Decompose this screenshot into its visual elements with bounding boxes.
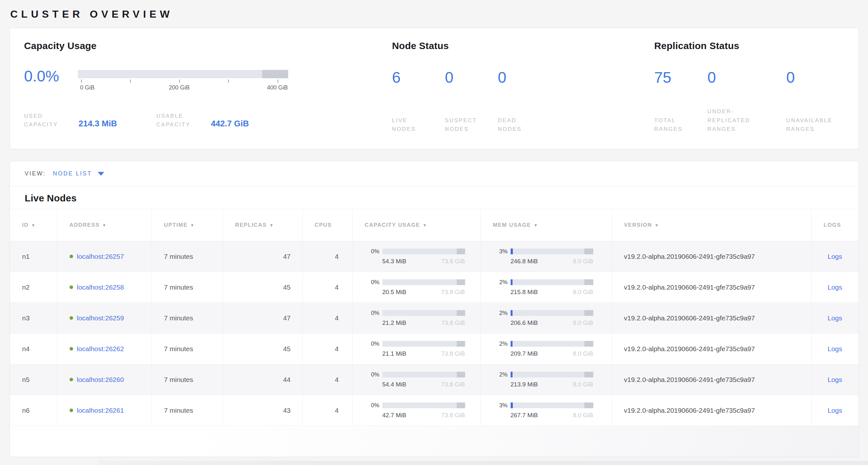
table-row: n5 localhost:26260 7 minutes 44 4 0% 54.… bbox=[10, 364, 858, 395]
column-header-capacity[interactable]: CAPACITY USAGE▼ bbox=[352, 209, 480, 241]
capacity-used-value: 54.4 MiB bbox=[382, 381, 406, 388]
mem-usage-bar bbox=[510, 341, 593, 347]
node-replicas: 45 bbox=[283, 284, 290, 291]
capacity-bar-dark-segment bbox=[457, 310, 465, 316]
node-uptime: 7 minutes bbox=[164, 314, 193, 322]
sort-arrow-icon: ▼ bbox=[423, 223, 427, 228]
logs-link[interactable]: Logs bbox=[828, 314, 842, 322]
logs-link[interactable]: Logs bbox=[828, 376, 842, 383]
view-mode-selector[interactable]: NODE LIST bbox=[53, 170, 104, 177]
column-header-replicas[interactable]: REPLICAS▼ bbox=[223, 209, 302, 241]
mem-bar-dark-segment bbox=[584, 249, 593, 254]
capacity-percent-label: 0% bbox=[371, 279, 382, 286]
node-cpus: 4 bbox=[335, 314, 339, 322]
capacity-percent-label: 0% bbox=[371, 371, 382, 378]
node-id: n2 bbox=[22, 284, 30, 291]
capacity-percent-label: 0% bbox=[371, 310, 382, 317]
live-nodes-header-row: ID▼ADDRESS▼UPTIME▼REPLICAS▼CPUSCAPACITY … bbox=[10, 209, 858, 241]
mem-total-value: 8.0 GiB bbox=[573, 412, 593, 419]
stat-value: 75 bbox=[654, 70, 707, 85]
node-address-link[interactable]: localhost:26260 bbox=[77, 376, 124, 383]
mem-used-value: 215.8 MiB bbox=[510, 289, 538, 296]
node-id: n4 bbox=[22, 345, 30, 352]
column-header-id[interactable]: ID▼ bbox=[10, 209, 57, 241]
column-header-label: MEM USAGE bbox=[493, 222, 531, 228]
mem-used-value: 246.8 MiB bbox=[510, 258, 538, 265]
stat-label: LIVENODES bbox=[392, 116, 445, 134]
logs-link[interactable]: Logs bbox=[828, 345, 842, 352]
sort-arrow-icon: ▼ bbox=[190, 223, 194, 228]
capacity-usage-bar bbox=[382, 279, 465, 285]
node-uptime: 7 minutes bbox=[164, 253, 193, 260]
node-cpus: 4 bbox=[335, 345, 339, 352]
node-replicas: 44 bbox=[283, 376, 290, 383]
axis-tick-mark bbox=[278, 80, 278, 83]
column-header-version[interactable]: VERSION▼ bbox=[612, 209, 811, 241]
mem-bar-dark-segment bbox=[584, 279, 593, 285]
stat-label: SUSPECTNODES bbox=[445, 116, 498, 134]
view-selected-value: NODE LIST bbox=[53, 170, 92, 177]
sort-arrow-icon: ▼ bbox=[654, 223, 659, 228]
capacity-bar-dark-segment bbox=[457, 279, 465, 285]
capacity-usage-cell: 0% 42.7 MiB 73.8 GiB bbox=[352, 402, 480, 419]
stat-label-line: RANGES bbox=[786, 125, 860, 134]
live-nodes-title: Live Nodes bbox=[25, 193, 858, 204]
node-replicas: 47 bbox=[283, 314, 290, 322]
logs-link[interactable]: Logs bbox=[828, 253, 842, 260]
node-address-link[interactable]: localhost:26259 bbox=[77, 314, 124, 322]
node-address-link[interactable]: localhost:26261 bbox=[77, 407, 124, 414]
node-version: v19.2.0-alpha.20190606-2491-gfe735c9a97 bbox=[624, 345, 755, 352]
mem-total-value: 8.0 GiB bbox=[573, 319, 593, 326]
node-address-link[interactable]: localhost:26257 bbox=[77, 253, 124, 260]
capacity-usage-cell: 0% 21.2 MiB 73.8 GiB bbox=[352, 310, 480, 326]
capacity-total-value: 73.8 GiB bbox=[441, 258, 465, 265]
stat-label-line: UNDER- bbox=[707, 107, 786, 116]
node-live-status-icon bbox=[69, 316, 73, 320]
stat-label-line: SUSPECT bbox=[445, 116, 498, 125]
replication-status-stats: 75TOTALRANGES0UNDER-REPLICATEDRANGES0UNA… bbox=[654, 70, 860, 134]
column-header-label: UPTIME bbox=[164, 222, 188, 228]
node-address-link[interactable]: localhost:26262 bbox=[77, 345, 124, 352]
summary-stat: 0UNDER-REPLICATEDRANGES bbox=[707, 70, 786, 134]
capacity-stat: USEDCAPACITY214.3 MiB bbox=[24, 112, 156, 129]
mem-bar-fill bbox=[510, 249, 513, 254]
mem-usage-bar bbox=[510, 249, 593, 254]
live-nodes-tbody: n1 localhost:26257 7 minutes 47 4 0% 54.… bbox=[10, 241, 858, 426]
stat-label-line: USED bbox=[24, 112, 79, 120]
node-address-link[interactable]: localhost:26258 bbox=[77, 284, 124, 291]
logs-link[interactable]: Logs bbox=[828, 407, 842, 414]
column-header-mem[interactable]: MEM USAGE▼ bbox=[480, 209, 612, 241]
summary-card: Capacity Usage 0.0% 0 GiB200 GiB400 GiB … bbox=[10, 28, 859, 149]
mem-used-value: 209.7 MiB bbox=[510, 350, 538, 357]
capacity-percent-label: 0% bbox=[371, 341, 382, 347]
mem-used-value: 267.7 MiB bbox=[510, 412, 538, 419]
stat-label: UNAVAILABLERANGES bbox=[786, 116, 860, 134]
column-header-logs: LOGS bbox=[811, 209, 858, 241]
mem-percent-label: 3% bbox=[499, 248, 510, 255]
table-footer bbox=[10, 426, 858, 457]
capacity-usage-bar bbox=[382, 372, 465, 377]
mem-used-value: 206.6 MiB bbox=[510, 319, 538, 326]
column-header-uptime[interactable]: UPTIME▼ bbox=[152, 209, 223, 241]
live-nodes-section: Live Nodes ID▼ADDRESS▼UPTIME▼REPLICAS▼CP… bbox=[10, 193, 858, 457]
summary-stat: 0UNAVAILABLERANGES bbox=[786, 70, 860, 134]
mem-percent-label: 2% bbox=[499, 279, 510, 286]
sort-arrow-icon: ▼ bbox=[269, 223, 274, 228]
stat-value: 0 bbox=[498, 70, 551, 85]
mem-usage-bar bbox=[510, 403, 593, 408]
capacity-used-value: 21.2 MiB bbox=[382, 319, 406, 326]
node-id: n6 bbox=[22, 407, 30, 414]
capacity-bar-dark-segment bbox=[457, 403, 465, 408]
mem-usage-bar bbox=[510, 279, 593, 285]
capacity-usage-bar-chart: 0 GiB200 GiB400 GiB bbox=[78, 70, 288, 91]
capacity-used-value: 21.1 MiB bbox=[382, 350, 406, 357]
stat-value: 6 bbox=[392, 70, 445, 85]
mem-used-value: 213.9 MiB bbox=[510, 381, 538, 388]
column-header-address[interactable]: ADDRESS▼ bbox=[57, 209, 152, 241]
capacity-bar-dark-segment bbox=[262, 70, 288, 78]
stat-label-line: NODES bbox=[445, 125, 498, 134]
logs-link[interactable]: Logs bbox=[828, 284, 842, 291]
capacity-usage-cell: 0% 54.4 MiB 73.8 GiB bbox=[352, 371, 480, 388]
summary-stat: 0DEADNODES bbox=[498, 70, 551, 134]
mem-bar-dark-segment bbox=[584, 372, 593, 377]
